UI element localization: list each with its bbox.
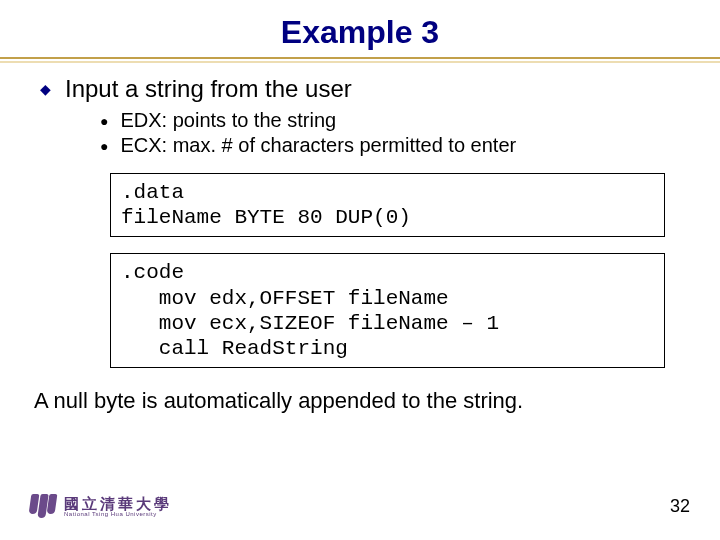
code-block-data: .data fileName BYTE 80 DUP(0): [110, 173, 665, 237]
diamond-bullet-icon: ◆: [40, 81, 51, 97]
logo-english: National Tsing Hua University: [64, 511, 172, 517]
university-logo: 國立清華大學 National Tsing Hua University: [30, 494, 172, 518]
title-underline: [0, 57, 720, 71]
bullet-level2: ● ECX: max. # of characters permitted to…: [100, 134, 690, 157]
logo-text: 國立清華大學 National Tsing Hua University: [64, 496, 172, 517]
dot-bullet-icon: ●: [100, 138, 108, 154]
bullet-level2-group: ● EDX: points to the string ● ECX: max. …: [40, 109, 690, 157]
slide-title: Example 3: [0, 0, 720, 57]
bullet-level1: ◆ Input a string from the user: [40, 75, 690, 103]
slide-footer: 國立清華大學 National Tsing Hua University 32: [0, 486, 720, 526]
logo-mark-icon: [30, 494, 56, 518]
logo-chinese: 國立清華大學: [64, 496, 172, 511]
closing-note: A null byte is automatically appended to…: [0, 384, 720, 414]
page-number: 32: [670, 496, 690, 517]
bullet-sub-text: ECX: max. # of characters permitted to e…: [120, 134, 516, 157]
slide-content: ◆ Input a string from the user ● EDX: po…: [0, 71, 720, 368]
bullet-main-text: Input a string from the user: [65, 75, 352, 103]
dot-bullet-icon: ●: [100, 113, 108, 129]
bullet-level2: ● EDX: points to the string: [100, 109, 690, 132]
bullet-sub-text: EDX: points to the string: [120, 109, 336, 132]
code-block-code: .code mov edx,OFFSET fileName mov ecx,SI…: [110, 253, 665, 368]
